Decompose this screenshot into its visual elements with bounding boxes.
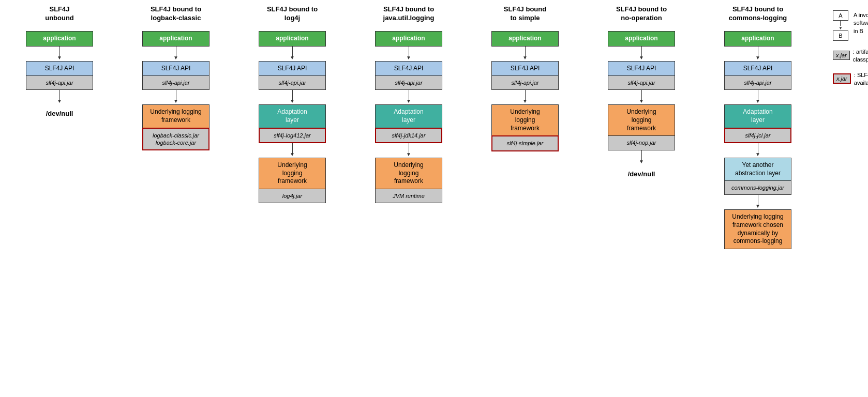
app-box-col1: application [26, 31, 93, 47]
arrow-col1-1 [57, 47, 62, 61]
column-col4: SLF4J bound to java.util.loggingapplicat… [354, 5, 463, 249]
jar-box-col2-4: logback-classic.jar logback-core.jar [142, 128, 209, 151]
column-col1: SLF4J unboundapplicationSLF4J APIslf4j-a… [5, 5, 114, 249]
label-box-col7-2: SLF4J API [724, 61, 791, 77]
arrow-col2-3 [173, 90, 178, 104]
legend-item-1: x.jar : artifact available in classpath [833, 47, 868, 64]
jar-box-col7-4: slf4j-jcl.jar [724, 128, 791, 143]
node-wrapper-col7-4: Adaptation layerslf4j-jcl.jar [722, 104, 794, 143]
jar-box-col3-6: log4j.jar [259, 189, 326, 203]
node-wrapper-col3-6: Underlying logging frameworklog4j.jar [256, 158, 328, 203]
jar-box-col6-4: slf4j-nop.jar [608, 135, 675, 150]
arrow-col7-1 [755, 47, 760, 61]
legend-diagram: A ▼ B [833, 10, 848, 41]
arrow-col3-5 [290, 143, 295, 158]
node-wrapper-col5-2: SLF4J APIslf4j-api.jar [489, 61, 561, 90]
legend-item-2: x.jar : SLF4J binding artifact available… [833, 70, 868, 87]
jar-box-col5-2: slf4j-api.jar [491, 75, 559, 90]
node-wrapper-col3-2: SLF4J APIslf4j-api.jar [256, 61, 328, 90]
label-box-col5-2: SLF4J API [491, 61, 559, 77]
arrow-col2-1 [173, 47, 178, 61]
legend-arrow-item: A ▼ B A invoking software located in B [833, 10, 868, 41]
label-box-col3-2: SLF4J API [259, 61, 326, 77]
jar-box-col4-2: slf4j-api.jar [375, 75, 442, 90]
arrow-col3-3 [290, 90, 295, 104]
label-box-col7-6: Yet another abstraction layer [724, 158, 791, 181]
arrow-col5-3 [522, 90, 528, 104]
label-box-col5-4: Underlying logging framework [491, 104, 559, 136]
col-title-col7: SLF4J bound to commons-logging [729, 5, 787, 26]
app-box-col4: application [375, 31, 442, 47]
arrow-col6-3 [639, 90, 644, 104]
arrow-col4-5 [406, 143, 411, 158]
legend-box-b: B [833, 30, 848, 41]
col-title-col5: SLF4J bound to simple [504, 5, 546, 26]
node-wrapper-col7-8: Underlying logging framework chosen dyna… [722, 209, 794, 249]
main-wrapper: SLF4J unboundapplicationSLF4J APIslf4j-a… [0, 0, 868, 254]
column-col5: SLF4J bound to simpleapplicationSLF4J AP… [471, 5, 579, 249]
app-box-col5: application [491, 31, 559, 47]
label-box-col6-4: Underlying logging framework [608, 104, 675, 136]
col-title-col6: SLF4J bound to no-operation [616, 5, 667, 26]
label-box-col1-2: SLF4J API [26, 61, 93, 77]
label-box-col2-2: SLF4J API [142, 61, 209, 77]
legend-jar-gray: x.jar [833, 51, 850, 60]
node-wrapper-col2-4: Underlying logging frameworklogback-clas… [140, 104, 212, 150]
devnull-col1-4: /dev/null [46, 110, 73, 117]
arrow-col5-1 [522, 47, 528, 61]
arrow-col7-5 [755, 143, 760, 158]
jar-box-col6-2: slf4j-api.jar [608, 75, 675, 90]
node-wrapper-col6-2: SLF4J APIslf4j-api.jar [605, 61, 678, 90]
node-wrapper-col1-2: SLF4J APIslf4j-api.jar [23, 61, 96, 90]
jar-box-col7-2: slf4j-api.jar [724, 75, 791, 90]
arrow-col3-1 [290, 47, 295, 61]
devnull-col6-6: /dev/null [628, 170, 655, 178]
label-box-col6-2: SLF4J API [608, 61, 675, 77]
label-box-col4-4: Adaptation layer [375, 104, 442, 128]
node-wrapper-col6-4: Underlying logging frameworkslf4j-nop.ja… [605, 104, 678, 150]
jar-box-col1-2: slf4j-api.jar [26, 75, 93, 90]
jar-box-col2-2: slf4j-api.jar [142, 75, 209, 90]
legend-text-1: : artifact available in classpath [853, 47, 868, 64]
columns-area: SLF4J unboundapplicationSLF4J APIslf4j-a… [0, 0, 817, 254]
column-col2: SLF4J bound to logback-classicapplicatio… [122, 5, 230, 249]
legend-box-a: A [833, 10, 848, 21]
app-box-col6: application [608, 31, 675, 47]
app-box-col2: application [142, 31, 209, 47]
col-title-col1: SLF4J unbound [45, 5, 74, 26]
node-wrapper-col5-4: Underlying logging frameworkslf4j-simple… [489, 104, 561, 151]
arrow-col4-1 [406, 47, 411, 61]
label-box-col7-8: Underlying logging framework chosen dyna… [724, 209, 791, 249]
arrow-col6-5 [639, 150, 644, 165]
label-box-col2-4: Underlying logging framework [142, 104, 209, 128]
jar-box-col5-4: slf4j-simple.jar [491, 135, 559, 151]
arrow-col6-1 [639, 47, 644, 61]
jar-box-col3-4: slf4j-log412.jar [259, 128, 326, 143]
arrow-col4-3 [406, 90, 411, 104]
legend-text-2: : SLF4J binding artifact available in cl… [854, 70, 868, 87]
node-wrapper-col4-6: Underlying logging frameworkJVM runtime [372, 158, 445, 203]
arrow-col7-3 [755, 90, 760, 104]
col-title-col3: SLF4J bound to log4j [267, 5, 318, 26]
label-box-col3-4: Adaptation layer [259, 104, 326, 128]
jar-box-col4-4: slf4j-jdk14.jar [375, 128, 442, 143]
node-wrapper-col3-4: Adaptation layerslf4j-log412.jar [256, 104, 328, 143]
legend-arrow-text: A invoking software located in B [854, 10, 868, 35]
node-wrapper-col2-2: SLF4J APIslf4j-api.jar [140, 61, 212, 90]
jar-box-col4-6: JVM runtime [375, 189, 442, 203]
column-col7: SLF4J bound to commons-loggingapplicatio… [704, 5, 812, 249]
legend-jar-red: x.jar [833, 73, 851, 84]
node-wrapper-col4-2: SLF4J APIslf4j-api.jar [372, 61, 445, 90]
jar-box-col3-2: slf4j-api.jar [259, 75, 326, 90]
legend-area: A ▼ B A invoking software located in B x… [817, 0, 868, 254]
app-box-col3: application [259, 31, 326, 47]
node-wrapper-col7-6: Yet another abstraction layercommons-log… [722, 158, 794, 195]
app-box-col7: application [724, 31, 791, 47]
jar-box-col7-6: commons-logging.jar [724, 180, 791, 195]
label-box-col7-4: Adaptation layer [724, 104, 791, 128]
arrow-col1-3 [57, 90, 62, 104]
col-title-col2: SLF4J bound to logback-classic [151, 5, 201, 26]
node-wrapper-col7-2: SLF4J APIslf4j-api.jar [722, 61, 794, 90]
column-col3: SLF4J bound to log4japplicationSLF4J API… [238, 5, 347, 249]
label-box-col4-2: SLF4J API [375, 61, 442, 77]
